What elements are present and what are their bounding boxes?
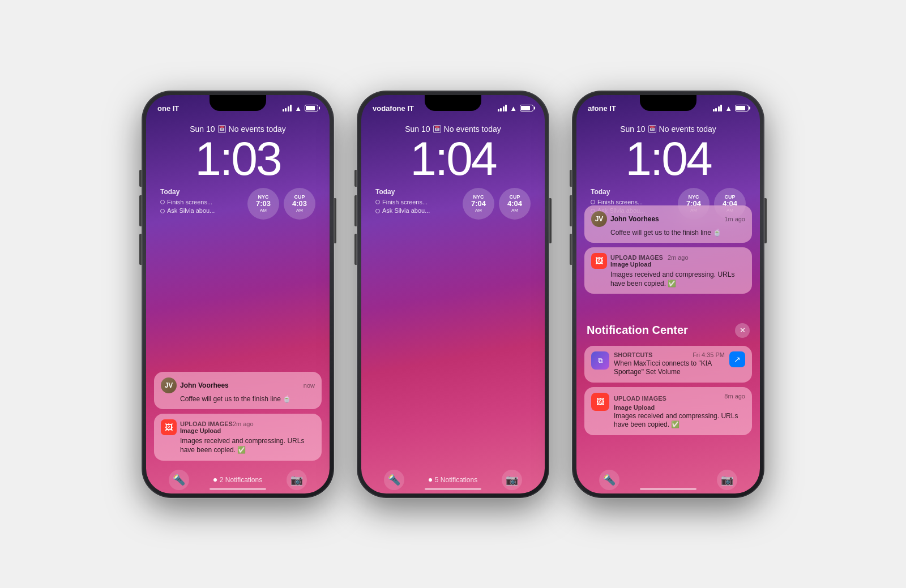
flashlight-button-1[interactable]: 🔦 (169, 470, 189, 490)
task-item-2: Ask Silvia abou... (160, 207, 247, 215)
top-notif-1[interactable]: JV John Voorhees 1m ago Coffee will get … (584, 205, 752, 243)
notif-count-1: 2 Notifications (213, 476, 262, 484)
wifi-icon-3: ▲ (725, 104, 732, 113)
top-notif-avatar: JV (591, 211, 607, 227)
phone-2: vodafone IT ▲ Sun 10 📅 No events today (357, 91, 549, 498)
battery-icon (305, 105, 318, 111)
signal-icon-2 (498, 105, 507, 111)
flashlight-button-2[interactable]: 🔦 (384, 470, 404, 490)
battery-icon-3 (735, 105, 749, 111)
task-item-1: Finish screens... (160, 198, 247, 207)
wifi-icon: ▲ (294, 104, 302, 113)
top-notifications-3: JV John Voorhees 1m ago Coffee will get … (584, 205, 752, 299)
status-bar-3: afone IT ▲ (576, 95, 760, 120)
flashlight-button-3[interactable]: 🔦 (599, 470, 619, 490)
clock-widgets-2: NYC 7:04 AM CUP 4:04 AM (463, 188, 531, 220)
shortcuts-action-button[interactable]: ↗ (729, 351, 745, 367)
widget-area-1: Today Finish screens... Ask Silvia abou.… (157, 188, 318, 220)
shortcuts-icon: ⧉ (591, 351, 609, 370)
top-notif-2[interactable]: 🖼 Upload Images 2m ago Image Upload Imag… (584, 247, 752, 294)
home-indicator-2 (425, 488, 481, 490)
status-icons-2: ▲ (498, 103, 533, 113)
phone-3: afone IT ▲ Sun 10 📅 No events today (572, 91, 764, 498)
notif-card-2[interactable]: 🖼 Upload Images 2m ago Image Upload Imag… (154, 414, 322, 460)
cup-clock-1: CUP 4:03 AM (284, 188, 315, 220)
upload-icon-1: 🖼 (161, 419, 177, 435)
notif-card-1[interactable]: JV John Voorhees now Coffee will get us … (154, 372, 322, 410)
phone-1: one IT ▲ Sun 10 📅 No events today (142, 91, 334, 498)
home-indicator-3 (640, 488, 696, 490)
status-bar-1: one IT ▲ (146, 95, 330, 120)
notif-count-2: 5 Notifications (429, 476, 477, 484)
notif-center-close-button[interactable]: ✕ (735, 323, 750, 338)
clock-widgets-1: NYC 7:03 AM CUP 4:03 AM (247, 188, 315, 220)
status-bar-2: vodafone IT ▲ (361, 95, 545, 120)
nyc-clock-1: NYC 7:03 AM (247, 188, 279, 220)
carrier-3: afone IT (588, 103, 616, 113)
time-1: 1:03 (157, 135, 318, 182)
upload-nc-icon: 🖼 (591, 393, 609, 411)
shortcuts-notif[interactable]: ⧉ Shortcuts Fri 4:35 PM When MaxTicci co… (584, 346, 752, 383)
time-2: 1:04 (373, 135, 533, 182)
widget-area-2: Today Finish screens... Ask Silvia abou.… (373, 188, 533, 220)
camera-button-1[interactable]: 📷 (287, 470, 307, 490)
carrier-2: vodafone IT (373, 103, 414, 113)
upload-icon-3: 🖼 (591, 253, 607, 269)
camera-button-2[interactable]: 📷 (502, 470, 522, 490)
nyc-clock-2: NYC 7:04 AM (463, 188, 494, 220)
tasks-widget-2: Today Finish screens... Ask Silvia abou.… (375, 188, 463, 216)
status-icons-3: ▲ (713, 103, 749, 113)
wifi-icon-2: ▲ (510, 104, 517, 113)
battery-icon-2 (520, 105, 533, 111)
notif-center-header: Notification Center ✕ (584, 319, 752, 340)
time-3: 1:04 (588, 135, 749, 182)
task-item-4: Ask Silvia abou... (375, 207, 463, 215)
notifications-1: JV John Voorhees now Coffee will get us … (154, 372, 322, 465)
signal-icon (283, 105, 292, 111)
notif-avatar-1: JV (161, 377, 177, 393)
carrier-1: one IT (157, 103, 179, 113)
task-item-3: Finish screens... (375, 198, 463, 207)
tasks-widget-1: Today Finish screens... Ask Silvia abou.… (160, 188, 247, 216)
signal-icon-3 (713, 105, 723, 111)
status-icons-1: ▲ (283, 103, 318, 113)
upload-nc-notif[interactable]: 🖼 Upload Images 8m ago Image Upload Imag… (584, 387, 752, 435)
cup-clock-2: CUP 4:04 AM (499, 188, 531, 220)
home-indicator-1 (210, 488, 266, 490)
camera-button-3[interactable]: 📷 (717, 470, 737, 490)
